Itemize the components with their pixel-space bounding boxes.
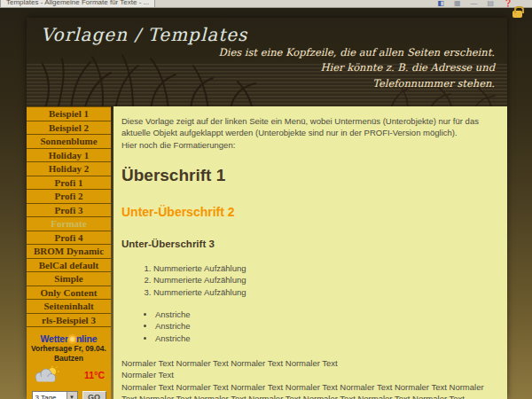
forecast-range-select[interactable]: 3 Tage ▼ bbox=[32, 391, 78, 399]
bullet-list-item: Anstriche bbox=[155, 309, 498, 320]
site-title: Vorlagen / Templates bbox=[41, 24, 247, 45]
sidebar-item-only-content[interactable]: Only Content bbox=[27, 286, 111, 301]
heading-3: Unter-Überschrift 3 bbox=[121, 237, 498, 251]
browser-tab-title: Templates - Allgemeine Formate für Texte… bbox=[6, 0, 149, 6]
wetteronline-logo[interactable]: Wetternline bbox=[27, 333, 111, 344]
weather-widget: Wetternline Vorhersage Fr, 09.04. Bautze… bbox=[27, 327, 111, 399]
intro-paragraph: Diese Vorlage zeigt auf der linken Seite… bbox=[121, 115, 498, 139]
lock-icon[interactable] bbox=[512, 11, 522, 18]
grid-icon[interactable]: ▦ bbox=[454, 0, 461, 7]
site-header: Vorlagen / Templates Dies ist eine Kopfz… bbox=[27, 18, 507, 106]
list-icon[interactable]: ▤ bbox=[487, 0, 494, 7]
site-page: Vorlagen / Templates Dies ist eine Kopfz… bbox=[27, 18, 507, 399]
sidebar-item-brom-dynamic[interactable]: BROM Dynamic bbox=[27, 245, 111, 259]
main-content: Diese Vorlage zeigt auf der linken Seite… bbox=[113, 106, 507, 399]
sun-icon bbox=[68, 335, 76, 343]
forecast-date: Vorhersage Fr, 09.04. bbox=[27, 344, 111, 354]
numbered-list-item: Nummerierte Aufzählung bbox=[153, 262, 498, 274]
sidebar-item-belcal-default[interactable]: BelCal default bbox=[27, 259, 111, 273]
go-button[interactable]: GO bbox=[82, 391, 106, 399]
page-background: Vorlagen / Templates Dies ist eine Kopfz… bbox=[0, 8, 532, 399]
sidebar-item-simple[interactable]: Simple bbox=[27, 272, 111, 286]
help-icon[interactable]: ❓ bbox=[504, 0, 512, 7]
sidebar-item-sonnenblume[interactable]: Sonnenblume bbox=[27, 135, 111, 149]
heading-1: Überschrift 1 bbox=[121, 164, 498, 188]
sidebar-item-holiday-2[interactable]: Holiday 2 bbox=[27, 162, 111, 176]
page-body: Beispiel 1 Beispiel 2 Sonnenblume Holida… bbox=[27, 106, 507, 399]
temperature-value: 11°C bbox=[84, 370, 105, 380]
sidebar-item-holiday-1[interactable]: Holiday 1 bbox=[27, 149, 111, 163]
sidebar-item-rls-beispiel-3[interactable]: rls-Beispiel 3 bbox=[27, 314, 111, 328]
forecast-city: Bautzen bbox=[27, 354, 111, 364]
brand-text-online: nline bbox=[76, 333, 98, 344]
home-icon[interactable]: ◧ bbox=[437, 0, 444, 7]
tagline-line: Dies ist eine Kopfzeile, die auf allen S… bbox=[219, 45, 495, 61]
brand-text-wetter: Wetter bbox=[41, 333, 68, 344]
sidebar-item-profi-3[interactable]: Profi 3 bbox=[27, 204, 111, 218]
numbered-list: Nummerierte Aufzählung Nummerierte Aufzä… bbox=[121, 262, 498, 298]
sidebar-item-profi-2[interactable]: Profi 2 bbox=[27, 190, 111, 204]
browser-tab[interactable]: Templates - Allgemeine Formate für Texte… bbox=[0, 0, 155, 8]
sidebar-menu: Beispiel 1 Beispiel 2 Sonnenblume Holida… bbox=[27, 106, 111, 399]
formats-label: Hier noch die Formatierungen: bbox=[121, 139, 498, 151]
heading-2: Unter-Überschrift 2 bbox=[121, 204, 498, 222]
bullet-list-item: Anstriche bbox=[155, 320, 498, 332]
numbered-list-item: Nummerierte Aufzählung bbox=[153, 274, 498, 286]
numbered-list-item: Nummerierte Aufzählung bbox=[153, 286, 498, 298]
bullet-list: Anstriche Anstriche Anstriche bbox=[121, 309, 498, 344]
header-tagline: Dies ist eine Kopfzeile, die auf allen S… bbox=[219, 45, 495, 92]
normal-text-paragraph: Normaler Text Normaler Text Normaler Tex… bbox=[121, 381, 498, 399]
sidebar-item-beispiel-2[interactable]: Beispiel 2 bbox=[27, 121, 111, 136]
chevron-down-icon[interactable]: ▼ bbox=[66, 392, 77, 399]
tagline-line: Telefonnummer stehen. bbox=[219, 76, 495, 92]
tagline-line: Hier könnte z. B. die Adresse und bbox=[219, 60, 495, 76]
sidebar-item-formate[interactable]: Formate bbox=[27, 217, 111, 231]
screen: Templates - Allgemeine Formate für Texte… bbox=[0, 0, 532, 399]
sidebar-item-profi-4[interactable]: Profi 4 bbox=[27, 231, 111, 246]
cloud-sun-icon bbox=[31, 366, 61, 384]
sidebar-item-seiteninhalt[interactable]: Seiteninhalt bbox=[27, 300, 111, 314]
normal-text-line: Normaler Text Normaler Text Normaler Tex… bbox=[121, 357, 498, 369]
sidebar-item-beispiel-1[interactable]: Beispiel 1 bbox=[27, 107, 111, 121]
normal-text-line: Normaler Text bbox=[121, 369, 498, 380]
sidebar-item-profi-1[interactable]: Profi 1 bbox=[27, 176, 111, 191]
select-value: 3 Tage bbox=[33, 392, 66, 399]
bullet-list-item: Anstriche bbox=[155, 332, 498, 344]
minimize-icon[interactable]: — bbox=[470, 0, 477, 7]
browser-toolbar: Templates - Allgemeine Formate für Texte… bbox=[0, 0, 532, 8]
normal-text-block: Normaler Text Normaler Text Normaler Tex… bbox=[121, 357, 498, 381]
